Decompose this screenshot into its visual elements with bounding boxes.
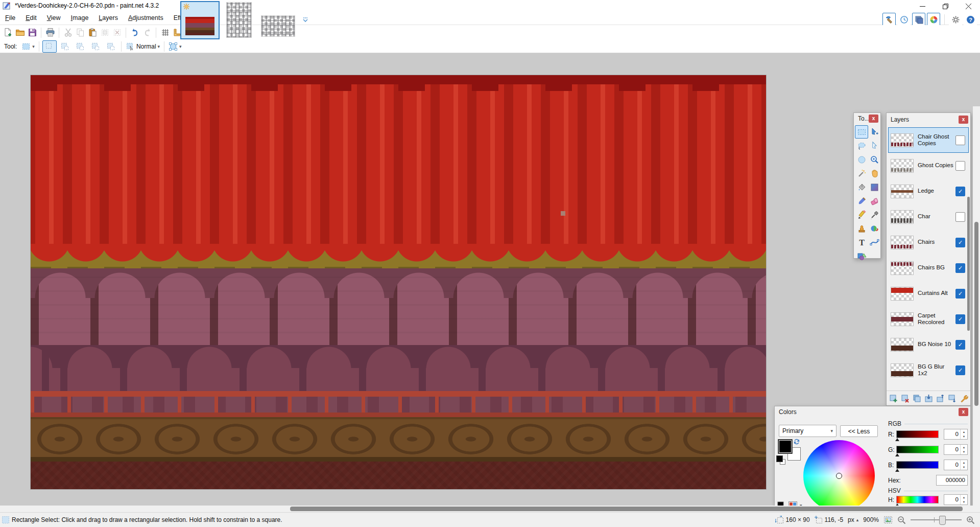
- rgb-b-slider[interactable]: [896, 461, 939, 469]
- active-tool-dropdown[interactable]: ▾: [20, 41, 36, 52]
- layer-row-chairs-bg[interactable]: Chairs BG✓: [888, 255, 969, 281]
- layer-visibility-checkbox[interactable]: ✓: [955, 263, 965, 273]
- zoom-slider-handle[interactable]: [939, 516, 946, 525]
- tool-zoom-tool[interactable]: [868, 153, 881, 166]
- tool-stamp[interactable]: [855, 222, 868, 235]
- color-mode-select[interactable]: Primary ▾: [779, 425, 836, 437]
- selection-mode-intersect[interactable]: [88, 40, 103, 53]
- colors-panel-close-button[interactable]: x: [959, 408, 968, 416]
- canvas[interactable]: [31, 75, 766, 489]
- less-button[interactable]: << Less: [840, 425, 878, 437]
- layers-toggle-button[interactable]: [912, 13, 925, 26]
- cut-button[interactable]: [62, 27, 74, 39]
- new-file-button[interactable]: [2, 27, 14, 39]
- zoom-in-button[interactable]: [966, 516, 975, 524]
- open-image-thumbnail[interactable]: [261, 15, 295, 37]
- layer-visibility-checkbox[interactable]: ✓: [955, 238, 965, 247]
- layer-row-carpet-recolored[interactable]: Carpet Recolored✓: [888, 306, 969, 332]
- menu-file[interactable]: File: [0, 12, 20, 24]
- tool-move-pixels[interactable]: [868, 125, 881, 139]
- vertical-scrollbar[interactable]: [973, 106, 980, 527]
- tool-picker[interactable]: [868, 208, 881, 221]
- tool-move-selection[interactable]: [868, 139, 881, 152]
- layer-visibility-checkbox[interactable]: ✓: [955, 187, 965, 196]
- colors-panel-titlebar[interactable]: Colors x: [775, 406, 970, 418]
- open-image-thumbnail[interactable]: [226, 2, 252, 38]
- layer-row-bg-noise-10[interactable]: BG Noise 10✓: [888, 332, 969, 357]
- layer-visibility-checkbox[interactable]: [955, 135, 965, 145]
- maximize-button[interactable]: [934, 0, 957, 12]
- layer-row-curtains-alt[interactable]: Curtains Alt✓: [888, 281, 969, 306]
- layer-props-button[interactable]: [959, 393, 969, 403]
- selection-mode-subtract[interactable]: [73, 40, 87, 53]
- layer-visibility-checkbox[interactable]: [955, 212, 965, 222]
- tool-recolor[interactable]: [868, 222, 881, 235]
- tool-line-curve[interactable]: [868, 236, 881, 249]
- zoom-out-button[interactable]: [897, 516, 906, 524]
- layer-up-button[interactable]: [936, 393, 945, 403]
- close-button[interactable]: [957, 0, 980, 12]
- flood-mode-dropdown[interactable]: Normal ▾: [124, 41, 161, 52]
- layer-visibility-checkbox[interactable]: ✓: [955, 289, 965, 299]
- color-wheel-cursor[interactable]: [836, 473, 842, 479]
- tools-panel-close-button[interactable]: x: [869, 114, 878, 123]
- layer-visibility-checkbox[interactable]: ✓: [955, 314, 965, 324]
- paste-button[interactable]: [86, 27, 99, 39]
- slider-marker[interactable]: [895, 438, 899, 441]
- tool-pan[interactable]: [868, 167, 881, 180]
- layer-row-chairs[interactable]: Chairs✓: [888, 230, 969, 255]
- crop-button[interactable]: [99, 27, 111, 39]
- rgb-b-spinner[interactable]: 0▲▼: [944, 460, 968, 470]
- minimize-button[interactable]: [911, 0, 934, 12]
- tools-panel-titlebar[interactable]: To... x: [854, 113, 880, 124]
- tool-gradient-tool[interactable]: [868, 180, 881, 194]
- unit-selector[interactable]: px ▴: [848, 516, 858, 523]
- horizontal-scrollbar-thumb[interactable]: [290, 507, 963, 511]
- tool-shapes[interactable]: [855, 249, 868, 263]
- colors-toggle-button[interactable]: [927, 13, 940, 26]
- tool-brush[interactable]: [855, 194, 868, 208]
- layer-row-ledge[interactable]: Ledge✓: [888, 178, 969, 204]
- horizontal-scrollbar[interactable]: [0, 506, 980, 512]
- layer-add-button[interactable]: [889, 393, 898, 403]
- tool-rect-select[interactable]: [855, 125, 868, 139]
- menu-view[interactable]: View: [42, 12, 66, 24]
- menu-adjustments[interactable]: Adjustments: [123, 12, 169, 24]
- help-button[interactable]: ?: [964, 13, 977, 26]
- primary-color-swatch[interactable]: [778, 439, 793, 454]
- layer-del-button[interactable]: [900, 393, 910, 403]
- layer-visibility-checkbox[interactable]: [955, 161, 965, 171]
- deselect-button[interactable]: [111, 27, 123, 39]
- menu-layers[interactable]: Layers: [93, 12, 123, 24]
- history-toggle-button[interactable]: [897, 13, 911, 26]
- rgb-r-slider[interactable]: [896, 430, 939, 438]
- image-list-chevron-icon[interactable]: [302, 16, 309, 24]
- tool-eraser[interactable]: [868, 194, 881, 208]
- swap-colors-icon[interactable]: [793, 438, 800, 445]
- menu-edit[interactable]: Edit: [20, 12, 42, 24]
- print-button[interactable]: [44, 27, 56, 39]
- layers-scrollbar[interactable]: [967, 197, 970, 331]
- layer-visibility-checkbox[interactable]: ✓: [955, 365, 965, 375]
- tool-ellipse-select[interactable]: [855, 153, 868, 166]
- layer-visibility-checkbox[interactable]: ✓: [955, 340, 965, 350]
- grid-button[interactable]: [159, 27, 171, 39]
- tool-pencil[interactable]: [855, 208, 868, 221]
- hsv-h-spinner[interactable]: 0▲▼: [944, 494, 968, 505]
- hex-input[interactable]: 000000: [936, 475, 968, 486]
- tool-text-tool[interactable]: T: [855, 236, 868, 249]
- open-folder-button[interactable]: [14, 27, 26, 39]
- layer-merge-button[interactable]: [924, 393, 934, 403]
- rgb-r-spinner[interactable]: 0▲▼: [944, 429, 968, 440]
- redo-button[interactable]: [141, 27, 153, 39]
- layers-panel-close-button[interactable]: x: [959, 116, 968, 124]
- undo-button[interactable]: [129, 27, 141, 39]
- selection-mode-union[interactable]: [58, 40, 72, 53]
- selection-mode-replace[interactable]: [42, 40, 57, 53]
- layer-row-chair-ghost-copies[interactable]: Chair Ghost Copies: [888, 127, 969, 153]
- layer-row-ghost-copies[interactable]: Ghost Copies: [888, 153, 969, 178]
- tool-bucket[interactable]: [855, 180, 868, 194]
- menu-image[interactable]: Image: [66, 12, 94, 24]
- slider-marker[interactable]: [895, 453, 899, 456]
- fit-to-window-button[interactable]: [883, 516, 893, 524]
